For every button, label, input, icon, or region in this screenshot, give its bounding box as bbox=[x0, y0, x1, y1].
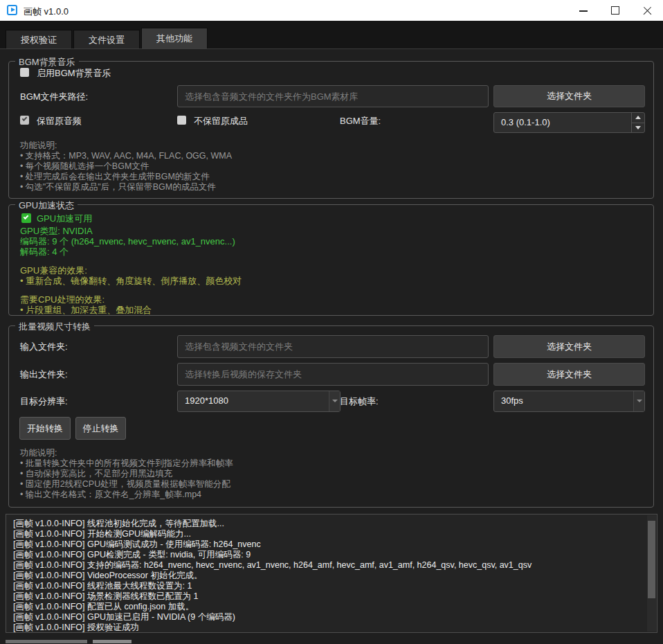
spin-up-button[interactable] bbox=[632, 113, 644, 123]
dropdown-section[interactable] bbox=[329, 391, 340, 411]
tab-file-settings[interactable]: 文件设置 bbox=[73, 30, 140, 49]
no-keep-original-checkbox[interactable] bbox=[177, 116, 186, 125]
close-button[interactable] bbox=[631, 0, 663, 21]
output-folder-input[interactable] bbox=[177, 363, 489, 386]
tab-bar: 授权验证 文件设置 其他功能 bbox=[6, 28, 208, 49]
enable-bgm-checkbox[interactable] bbox=[20, 68, 29, 77]
keep-audio-label: 保留原音频 bbox=[37, 115, 82, 127]
gpu-decoders-line: 解码器: 4 个 bbox=[20, 246, 69, 258]
maximize-icon bbox=[611, 6, 619, 15]
log-scrollbar[interactable] bbox=[647, 515, 656, 632]
fps-combo[interactable]: 30fps bbox=[493, 391, 645, 412]
keep-audio-checkbox[interactable] bbox=[20, 116, 29, 125]
start-convert-button[interactable]: 开始转换 bbox=[19, 417, 71, 440]
gpu-available-label: GPU加速可用 bbox=[37, 213, 92, 225]
fps-value: 30fps bbox=[501, 395, 523, 406]
input-folder-label: 输入文件夹: bbox=[20, 341, 68, 353]
cpu-effects-line: • 片段重组、加深去重、叠加混合 bbox=[20, 304, 152, 316]
spin-down-button[interactable] bbox=[632, 123, 644, 132]
resolution-label: 目标分辨率: bbox=[20, 395, 68, 408]
bgm-note-line: • 勾选"不保留原成品"后，只保留带BGM的成品文件 bbox=[20, 181, 216, 193]
arrow-down-icon bbox=[635, 126, 641, 129]
minimize-button[interactable] bbox=[567, 0, 599, 21]
resolution-value: 1920*1080 bbox=[185, 395, 228, 406]
app-icon bbox=[7, 5, 17, 15]
log-line: [画帧 v1.0.0-INFO] 授权验证成功 bbox=[13, 622, 139, 634]
window-title: 画帧 v1.0.0 bbox=[24, 6, 69, 18]
bgm-choose-folder-button[interactable]: 选择文件夹 bbox=[493, 85, 645, 107]
chevron-down-icon bbox=[332, 400, 338, 402]
app-window: { "window": { "title": "画帧 v1.0.0" }, "t… bbox=[0, 0, 663, 644]
gpu-compat-line: • 重新合成、镜像翻转、角度旋转、倒序播放、颜色校对 bbox=[20, 275, 242, 287]
bgm-folder-label: BGM文件夹路径: bbox=[20, 91, 88, 103]
bgm-volume-value: 0.3 (0.1-1.0) bbox=[501, 117, 550, 127]
arrow-up-icon bbox=[635, 116, 641, 119]
bgm-volume-label: BGM音量: bbox=[340, 115, 381, 127]
tab-other-functions[interactable]: 其他功能 bbox=[141, 28, 208, 49]
check-icon bbox=[24, 214, 29, 220]
check-icon bbox=[21, 116, 27, 121]
fps-label: 目标帧率: bbox=[340, 395, 379, 408]
tab-license[interactable]: 授权验证 bbox=[6, 30, 72, 49]
input-folder-input[interactable] bbox=[177, 335, 489, 358]
input-choose-folder-button[interactable]: 选择文件夹 bbox=[493, 335, 645, 358]
minimize-icon bbox=[579, 10, 588, 12]
bgm-group: BGM背景音乐 启用BGM背景音乐 BGM文件夹路径: 选择文件夹 保留原音频 … bbox=[8, 61, 654, 199]
status-strip-clipped bbox=[6, 640, 282, 644]
log-console[interactable]: [画帧 v1.0.0-INFO] 线程池初始化完成，等待配置加载... [画帧 … bbox=[6, 514, 657, 633]
bgm-volume-spinbox[interactable]: 0.3 (0.1-1.0) bbox=[493, 112, 645, 133]
batch-convert-group: 批量视频尺寸转换 输入文件夹: 选择文件夹 输出文件夹: 选择文件夹 目标分辨率… bbox=[8, 325, 654, 508]
batch-group-title: 批量视频尺寸转换 bbox=[15, 321, 94, 333]
bgm-folder-input[interactable] bbox=[177, 85, 489, 107]
maximize-button[interactable] bbox=[599, 0, 631, 21]
chevron-down-icon bbox=[637, 400, 642, 402]
resolution-combo[interactable]: 1920*1080 bbox=[177, 391, 340, 412]
no-keep-original-label: 不保留原成品 bbox=[194, 115, 248, 127]
stop-convert-button[interactable]: 停止转换 bbox=[75, 417, 126, 440]
tab-divider bbox=[0, 48, 663, 49]
titlebar: 画帧 v1.0.0 bbox=[0, 0, 663, 21]
log-scrollbar-thumb[interactable] bbox=[648, 521, 655, 598]
enable-bgm-label: 启用BGM背景音乐 bbox=[37, 67, 111, 80]
gpu-available-checkbox bbox=[21, 213, 31, 223]
output-choose-folder-button[interactable]: 选择文件夹 bbox=[493, 363, 645, 386]
dropdown-section[interactable] bbox=[633, 391, 644, 411]
gpu-group: GPU加速状态 GPU加速可用 GPU类型: NVIDIA 编码器: 9 个 (… bbox=[8, 204, 654, 316]
gpu-group-title: GPU加速状态 bbox=[15, 199, 78, 212]
output-folder-label: 输出文件夹: bbox=[20, 368, 68, 381]
batch-note-line: • 输出文件名格式：原文件名_分辨率_帧率.mp4 bbox=[20, 489, 201, 501]
